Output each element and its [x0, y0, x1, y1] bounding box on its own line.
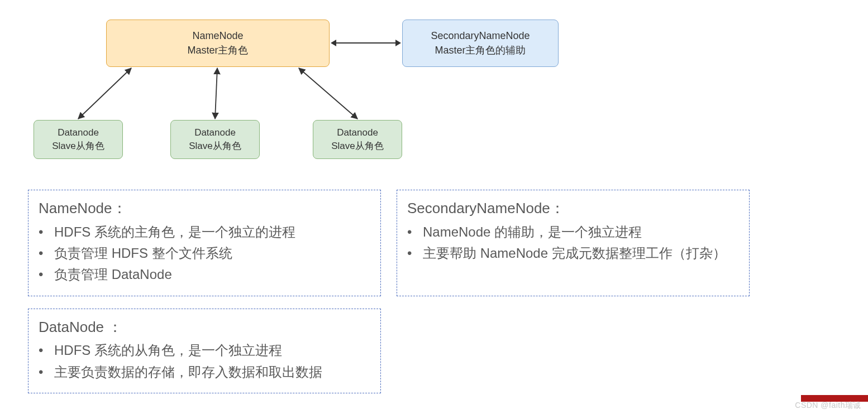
architecture-diagram: NameNode Master主角色 SecondaryNameNode Mas… [0, 0, 868, 184]
panel-namenode: NameNode： HDFS 系统的主角色，是一个独立的进程 负责管理 HDFS… [28, 190, 381, 296]
panel-secondary-list: NameNode 的辅助，是一个独立进程 主要帮助 NameNode 完成元数据… [407, 222, 739, 264]
watermark-text: CSDN @faith瑞诚 [795, 401, 861, 411]
secondary-title: SecondaryNameNode [431, 29, 530, 43]
panel-secondary: SecondaryNameNode： NameNode 的辅助，是一个独立进程 … [397, 190, 750, 296]
list-item: NameNode 的辅助，是一个独立进程 [423, 222, 739, 243]
list-item: 主要负责数据的存储，即存入数据和取出数据 [54, 362, 370, 383]
list-item: 负责管理 DataNode [54, 264, 370, 285]
list-item: HDFS 系统的主角色，是一个独立的进程 [54, 222, 370, 243]
panel-datanode-title: DataNode ： [39, 316, 370, 339]
svg-line-1 [215, 68, 217, 119]
panel-datanode-list: HDFS 系统的从角色，是一个独立进程 主要负责数据的存储，即存入数据和取出数据 [39, 340, 370, 383]
namenode-box: NameNode Master主角色 [106, 20, 330, 67]
datanode-box-1: Datanode Slave从角色 [34, 120, 123, 159]
datanode-subtitle: Slave从角色 [331, 139, 384, 153]
panel-secondary-title: SecondaryNameNode： [407, 197, 739, 220]
namenode-title: NameNode [192, 29, 243, 43]
arrowhead-icon [331, 40, 336, 46]
svg-line-2 [299, 68, 357, 119]
secondary-subtitle: Master主角色的辅助 [435, 44, 526, 57]
datanode-subtitle: Slave从角色 [52, 139, 104, 153]
datanode-title: Datanode [337, 126, 378, 139]
info-panels: NameNode： HDFS 系统的主角色，是一个独立的进程 负责管理 HDFS… [0, 184, 868, 393]
list-item: 主要帮助 NameNode 完成元数据整理工作（打杂） [423, 243, 739, 264]
secondary-namenode-box: SecondaryNameNode Master主角色的辅助 [402, 20, 559, 67]
panel-datanode: DataNode ： HDFS 系统的从角色，是一个独立进程 主要负责数据的存储… [28, 309, 381, 393]
panel-row-1: NameNode： HDFS 系统的主角色，是一个独立的进程 负责管理 HDFS… [28, 190, 840, 296]
datanode-box-3: Datanode Slave从角色 [313, 120, 402, 159]
namenode-subtitle: Master主角色 [187, 44, 248, 57]
panel-row-2: DataNode ： HDFS 系统的从角色，是一个独立进程 主要负责数据的存储… [28, 309, 840, 393]
panel-namenode-list: HDFS 系统的主角色，是一个独立的进程 负责管理 HDFS 整个文件系统 负责… [39, 222, 370, 286]
svg-line-0 [78, 68, 131, 119]
arrowhead-icon [395, 40, 401, 46]
datanode-box-2: Datanode Slave从角色 [170, 120, 260, 159]
arrow-namenode-secondary [335, 42, 397, 44]
panel-namenode-title: NameNode： [39, 197, 370, 220]
list-item: 负责管理 HDFS 整个文件系统 [54, 243, 370, 264]
datanode-subtitle: Slave从角色 [189, 139, 241, 153]
datanode-title: Datanode [58, 126, 99, 139]
list-item: HDFS 系统的从角色，是一个独立进程 [54, 340, 370, 361]
datanode-title: Datanode [194, 126, 236, 139]
